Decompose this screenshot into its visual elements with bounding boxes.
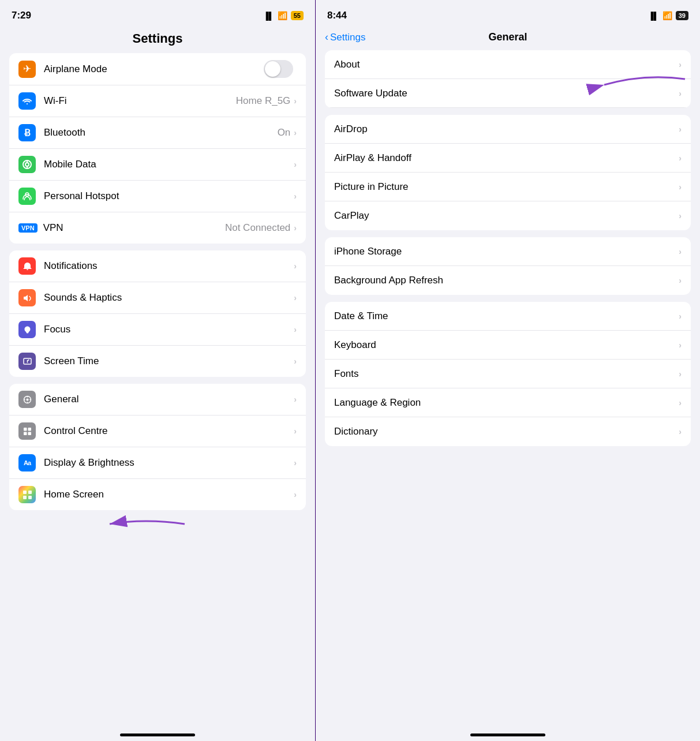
general-row[interactable]: General › bbox=[9, 384, 306, 416]
svg-rect-19 bbox=[23, 491, 27, 494]
airdrop-row[interactable]: AirDrop › bbox=[325, 115, 691, 144]
wifi-chevron: › bbox=[294, 96, 297, 106]
mobile-data-chevron: › bbox=[294, 160, 297, 169]
vpn-value: Not Connected bbox=[225, 222, 290, 234]
software-update-chevron: › bbox=[679, 89, 682, 98]
software-update-row[interactable]: Software Update › bbox=[325, 79, 691, 108]
back-label[interactable]: Settings bbox=[330, 32, 365, 43]
back-button[interactable]: ‹ Settings bbox=[325, 31, 365, 43]
fonts-label: Fonts bbox=[334, 368, 679, 380]
notifications-chevron: › bbox=[294, 261, 297, 271]
connectivity-group: ✈ Airplane Mode Wi-Fi Home R_5G › Ƀ Blue… bbox=[9, 53, 306, 244]
right-header: ‹ Settings General bbox=[316, 29, 700, 50]
iphone-storage-label: iPhone Storage bbox=[334, 246, 679, 257]
svg-point-10 bbox=[26, 398, 28, 401]
svg-rect-22 bbox=[28, 496, 32, 499]
screen-time-icon bbox=[18, 353, 36, 370]
left-home-indicator bbox=[120, 733, 195, 736]
bluetooth-icon: Ƀ bbox=[18, 124, 36, 141]
dictionary-row[interactable]: Dictionary › bbox=[325, 417, 691, 446]
about-row[interactable]: About › bbox=[325, 50, 691, 79]
language-region-row[interactable]: Language & Region › bbox=[325, 388, 691, 417]
date-time-chevron: › bbox=[679, 312, 682, 321]
sounds-row[interactable]: Sounds & Haptics › bbox=[9, 282, 306, 314]
date-time-row[interactable]: Date & Time › bbox=[325, 302, 691, 331]
svg-point-1 bbox=[25, 163, 29, 166]
vpn-row[interactable]: VPN VPN Not Connected › bbox=[9, 212, 306, 244]
airplane-mode-row[interactable]: ✈ Airplane Mode bbox=[9, 53, 306, 85]
home-screen-label: Home Screen bbox=[44, 489, 294, 500]
home-screen-row[interactable]: Home Screen › bbox=[9, 479, 306, 510]
keyboard-chevron: › bbox=[679, 340, 682, 350]
control-centre-label: Control Centre bbox=[44, 425, 294, 437]
iphone-storage-row[interactable]: iPhone Storage › bbox=[325, 237, 691, 266]
airplay-chevron: › bbox=[679, 154, 682, 163]
airplay-label: AirPlay & Handoff bbox=[334, 152, 679, 164]
home-screen-icon bbox=[18, 486, 36, 503]
left-time: 7:29 bbox=[12, 10, 31, 21]
mobile-data-icon bbox=[18, 156, 36, 173]
dictionary-chevron: › bbox=[679, 427, 682, 436]
airplane-label: Airplane Mode bbox=[44, 63, 264, 75]
wifi-row[interactable]: Wi-Fi Home R_5G › bbox=[9, 85, 306, 117]
notifications-label: Notifications bbox=[44, 260, 294, 272]
dictionary-label: Dictionary bbox=[334, 426, 679, 437]
display-row[interactable]: Aa Display & Brightness › bbox=[9, 447, 306, 479]
right-home-indicator bbox=[470, 733, 545, 736]
picture-chevron: › bbox=[679, 182, 682, 192]
wifi-icon: 📶 bbox=[278, 11, 287, 20]
airplane-icon: ✈ bbox=[18, 61, 36, 78]
personal-hotspot-row[interactable]: Personal Hotspot › bbox=[9, 181, 306, 212]
right-wifi-icon: 📶 bbox=[662, 11, 672, 20]
airplane-toggle[interactable] bbox=[264, 60, 293, 78]
right-battery-badge: 39 bbox=[676, 11, 688, 20]
sounds-chevron: › bbox=[294, 293, 297, 302]
left-status-icons: ▐▌ 📶 55 bbox=[263, 11, 304, 20]
svg-rect-20 bbox=[28, 491, 32, 494]
general-icon bbox=[18, 391, 36, 408]
general-label: General bbox=[44, 394, 294, 405]
sounds-icon bbox=[18, 289, 36, 306]
carplay-chevron: › bbox=[679, 211, 682, 220]
bluetooth-chevron: › bbox=[294, 128, 297, 137]
bluetooth-label: Bluetooth bbox=[44, 127, 278, 139]
carplay-row[interactable]: CarPlay › bbox=[325, 201, 691, 230]
fonts-chevron: › bbox=[679, 369, 682, 379]
picture-in-picture-row[interactable]: Picture in Picture › bbox=[325, 173, 691, 201]
focus-label: Focus bbox=[44, 324, 294, 335]
svg-rect-16 bbox=[28, 428, 31, 431]
airdrop-label: AirDrop bbox=[334, 124, 679, 135]
focus-row[interactable]: Focus › bbox=[9, 314, 306, 346]
control-centre-chevron: › bbox=[294, 426, 297, 436]
screen-time-chevron: › bbox=[294, 357, 297, 366]
about-software-group: About › Software Update › bbox=[325, 50, 691, 108]
control-centre-row[interactable]: Control Centre › bbox=[9, 416, 306, 447]
svg-rect-15 bbox=[24, 428, 27, 431]
date-group: Date & Time › Keyboard › Fonts › Languag… bbox=[325, 302, 691, 446]
notifications-group: Notifications › Sounds & Haptics › Focus… bbox=[9, 250, 306, 377]
iphone-storage-chevron: › bbox=[679, 247, 682, 256]
right-page-title: General bbox=[488, 31, 527, 43]
left-panel: 7:29 ▐▌ 📶 55 Settings ✈ Airplane Mode bbox=[0, 0, 316, 741]
airplay-handoff-row[interactable]: AirPlay & Handoff › bbox=[325, 144, 691, 173]
airdrop-chevron: › bbox=[679, 125, 682, 134]
notifications-row[interactable]: Notifications › bbox=[9, 250, 306, 282]
vpn-icon: VPN bbox=[18, 223, 38, 233]
svg-line-8 bbox=[27, 360, 29, 361]
fonts-row[interactable]: Fonts › bbox=[325, 360, 691, 388]
general-chevron: › bbox=[294, 395, 297, 404]
hotspot-icon bbox=[18, 188, 36, 205]
left-header: Settings bbox=[0, 29, 315, 53]
right-time: 8:44 bbox=[327, 10, 347, 21]
back-chevron-icon: ‹ bbox=[325, 31, 328, 43]
mobile-data-row[interactable]: Mobile Data › bbox=[9, 149, 306, 181]
keyboard-row[interactable]: Keyboard › bbox=[325, 331, 691, 360]
background-refresh-row[interactable]: Background App Refresh › bbox=[325, 266, 691, 295]
screen-time-row[interactable]: Screen Time › bbox=[9, 346, 306, 377]
language-chevron: › bbox=[679, 398, 682, 407]
svg-rect-5 bbox=[23, 268, 31, 269]
general-arrow-annotation bbox=[87, 507, 202, 541]
bluetooth-row[interactable]: Ƀ Bluetooth On › bbox=[9, 117, 306, 149]
language-label: Language & Region bbox=[334, 397, 679, 409]
notifications-icon bbox=[18, 257, 36, 275]
